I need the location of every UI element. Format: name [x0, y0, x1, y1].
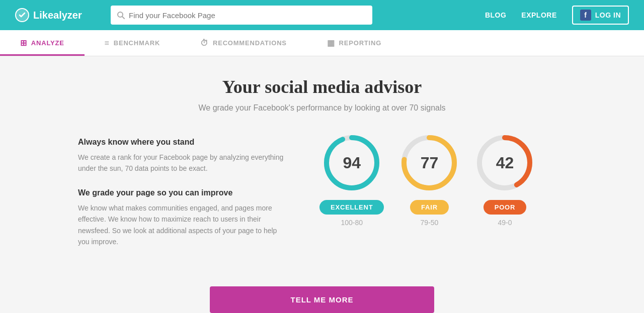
tab-analyze[interactable]: ⊞ ANALYZE	[0, 30, 85, 56]
nav-right: BLOG EXPLORE f LOG IN	[485, 6, 629, 25]
badge-excellent: EXCELLENT	[319, 200, 384, 215]
cta-section: TELL ME MORE	[0, 261, 644, 313]
tab-recommendations-label: RECOMMENDATIONS	[213, 39, 287, 47]
left-text-2: We know what makes communities engaged, …	[78, 202, 289, 248]
circle-fair: 77	[399, 133, 459, 193]
main-content: Your social media advisor We grade your …	[0, 56, 644, 313]
hero-title: Your social media advisor	[0, 76, 644, 97]
range-excellent: 100-80	[341, 219, 363, 227]
range-fair: 79-50	[421, 219, 439, 227]
tab-analyze-label: ANALYZE	[31, 39, 64, 47]
login-label: LOG IN	[595, 11, 621, 19]
explore-link[interactable]: EXPLORE	[521, 11, 556, 19]
search-input[interactable]	[129, 11, 366, 20]
analyze-icon: ⊞	[20, 38, 27, 48]
tab-recommendations[interactable]: ⏱ RECOMMENDATIONS	[180, 30, 307, 56]
circle-excellent: 94	[321, 133, 382, 193]
score-poor: 42 POOR 49-0	[474, 133, 535, 227]
tab-reporting[interactable]: ▦ REPORTING	[307, 30, 401, 56]
tab-benchmark-label: BENCHMARK	[114, 39, 160, 47]
login-button[interactable]: f LOG IN	[572, 6, 629, 25]
hero-subtitle: We grade your Facebook's performance by …	[0, 103, 644, 113]
scores-section: 94 EXCELLENT 100-80 77 FAIR 79-50	[319, 133, 535, 227]
two-col-section: Always know where you stand We create a …	[58, 138, 586, 261]
reporting-icon: ▦	[327, 38, 335, 48]
tell-me-more-button[interactable]: TELL ME MORE	[210, 286, 434, 313]
badge-fair: FAIR	[410, 200, 449, 215]
left-text-1: We create a rank for your Facebook page …	[78, 152, 289, 174]
badge-poor: POOR	[484, 200, 526, 215]
tab-benchmark[interactable]: ≡ BENCHMARK	[85, 30, 181, 56]
logo: Likealyzer	[15, 8, 101, 22]
tab-reporting-label: REPORTING	[339, 39, 381, 47]
range-poor: 49-0	[498, 219, 512, 227]
header: Likealyzer BLOG EXPLORE f LOG IN	[0, 0, 644, 30]
score-excellent-value: 94	[343, 154, 361, 172]
search-icon	[117, 11, 125, 19]
left-heading-1: Always know where you stand	[78, 138, 289, 147]
facebook-icon: f	[580, 10, 591, 21]
score-poor-value: 42	[496, 154, 514, 172]
svg-line-2	[122, 17, 124, 19]
tab-nav: ⊞ ANALYZE ≡ BENCHMARK ⏱ RECOMMENDATIONS …	[0, 30, 644, 56]
score-fair: 77 FAIR 79-50	[399, 133, 459, 227]
search-bar[interactable]	[111, 6, 372, 25]
benchmark-icon: ≡	[105, 39, 110, 48]
recommendations-icon: ⏱	[200, 39, 209, 48]
score-fair-value: 77	[421, 154, 439, 172]
score-excellent: 94 EXCELLENT 100-80	[319, 133, 384, 227]
logo-icon	[15, 8, 29, 22]
circle-poor: 42	[474, 133, 535, 193]
left-column: Always know where you stand We create a …	[78, 138, 289, 261]
blog-link[interactable]: BLOG	[485, 11, 506, 19]
logo-text: Likealyzer	[33, 10, 82, 21]
left-heading-2: We grade your page so you can improve	[78, 188, 289, 197]
